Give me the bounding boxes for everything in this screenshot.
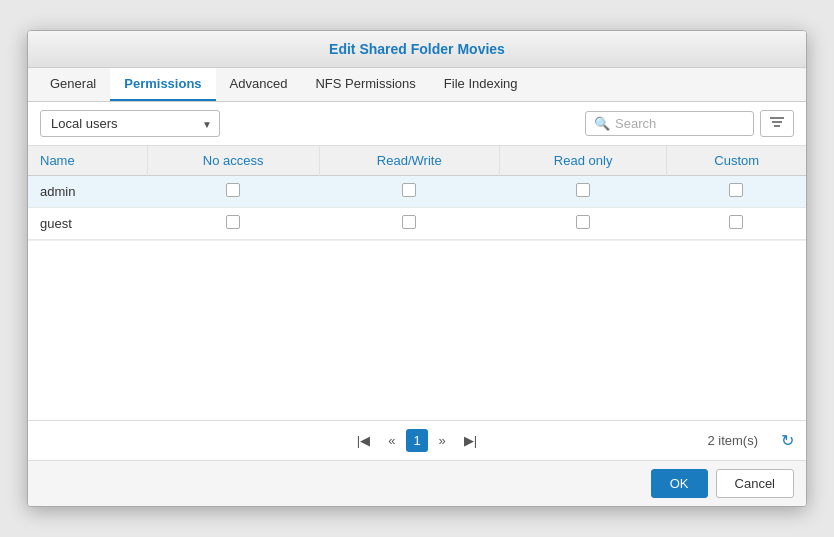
refresh-button[interactable]: ↻ xyxy=(781,431,794,450)
tab-general[interactable]: General xyxy=(36,68,110,101)
pagination-area: |◀ « 1 » ▶| 2 item(s) ↻ xyxy=(28,420,806,460)
checkbox-guest-read-only[interactable] xyxy=(576,215,590,229)
first-page-button[interactable]: |◀ xyxy=(350,429,377,452)
tab-file-indexing[interactable]: File Indexing xyxy=(430,68,532,101)
read-only-guest xyxy=(499,208,667,240)
prev-page-button[interactable]: « xyxy=(381,429,402,452)
next-page-button[interactable]: » xyxy=(432,429,453,452)
checkbox-guest-custom[interactable] xyxy=(729,215,743,229)
table-header: Name No access Read/Write Read only Cust… xyxy=(28,146,806,176)
filter-button[interactable] xyxy=(760,110,794,137)
permissions-table-container: Name No access Read/Write Read only Cust… xyxy=(28,146,806,240)
checkbox-admin-read-only[interactable] xyxy=(576,183,590,197)
table-body: admin guest xyxy=(28,176,806,240)
col-header-custom: Custom xyxy=(667,146,806,176)
user-type-select-wrapper: Local users Local groups Domain users ▼ xyxy=(40,110,220,137)
tab-advanced[interactable]: Advanced xyxy=(216,68,302,101)
read-write-admin xyxy=(319,176,499,208)
tab-permissions[interactable]: Permissions xyxy=(110,68,215,101)
checkbox-admin-read-write[interactable] xyxy=(402,183,416,197)
search-area: 🔍 xyxy=(585,110,794,137)
tab-bar: General Permissions Advanced NFS Permiss… xyxy=(28,68,806,102)
item-count: 2 item(s) xyxy=(707,433,758,448)
read-write-guest xyxy=(319,208,499,240)
dialog-footer: OK Cancel xyxy=(28,460,806,506)
col-header-read-only: Read only xyxy=(499,146,667,176)
permissions-table: Name No access Read/Write Read only Cust… xyxy=(28,146,806,240)
user-type-select[interactable]: Local users Local groups Domain users xyxy=(40,110,220,137)
col-header-name: Name xyxy=(28,146,147,176)
read-only-admin xyxy=(499,176,667,208)
pagination-controls: |◀ « 1 » ▶| xyxy=(350,429,484,452)
col-header-read-write: Read/Write xyxy=(319,146,499,176)
checkbox-guest-no-access[interactable] xyxy=(226,215,240,229)
no-access-admin xyxy=(147,176,319,208)
permissions-toolbar: Local users Local groups Domain users ▼ … xyxy=(28,102,806,146)
no-access-guest xyxy=(147,208,319,240)
search-input[interactable] xyxy=(615,116,745,131)
custom-guest xyxy=(667,208,806,240)
search-icon: 🔍 xyxy=(594,116,610,131)
user-name-guest: guest xyxy=(28,208,147,240)
checkbox-admin-custom[interactable] xyxy=(729,183,743,197)
custom-admin xyxy=(667,176,806,208)
edit-shared-folder-dialog: Edit Shared Folder Movies General Permis… xyxy=(27,30,807,507)
page-1-button[interactable]: 1 xyxy=(406,429,427,452)
empty-area xyxy=(28,240,806,420)
table-row: admin xyxy=(28,176,806,208)
table-row: guest xyxy=(28,208,806,240)
checkbox-admin-no-access[interactable] xyxy=(226,183,240,197)
tab-nfs-permissions[interactable]: NFS Permissions xyxy=(301,68,429,101)
cancel-button[interactable]: Cancel xyxy=(716,469,794,498)
last-page-button[interactable]: ▶| xyxy=(457,429,484,452)
user-name-admin: admin xyxy=(28,176,147,208)
col-header-no-access: No access xyxy=(147,146,319,176)
checkbox-guest-read-write[interactable] xyxy=(402,215,416,229)
search-box: 🔍 xyxy=(585,111,754,136)
dialog-title: Edit Shared Folder Movies xyxy=(28,31,806,68)
ok-button[interactable]: OK xyxy=(651,469,708,498)
